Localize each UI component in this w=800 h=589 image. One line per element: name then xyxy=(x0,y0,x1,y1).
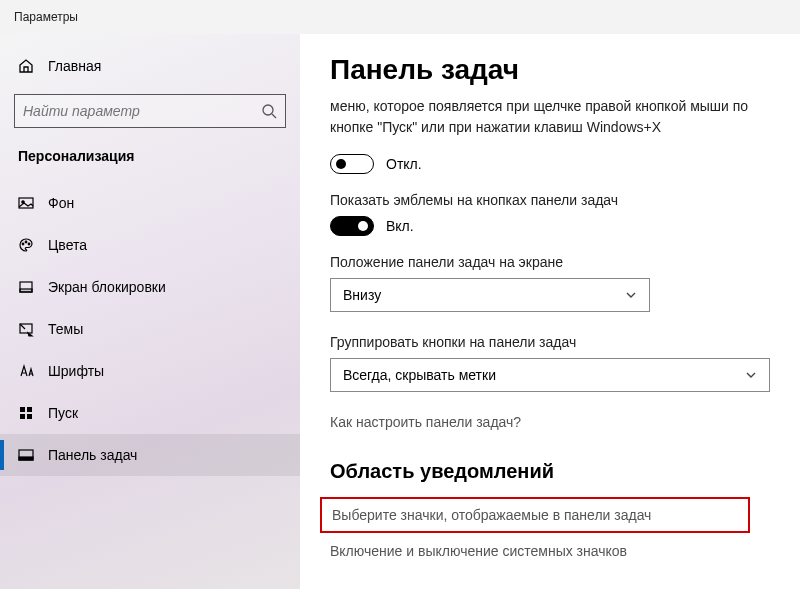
svg-rect-11 xyxy=(27,407,32,412)
powershell-toggle[interactable] xyxy=(330,154,374,174)
toggle-state-label: Вкл. xyxy=(386,218,414,234)
svg-point-0 xyxy=(263,105,273,115)
sidebar-item-start[interactable]: Пуск xyxy=(0,392,300,434)
palette-icon xyxy=(18,237,34,253)
sidebar-item-label: Шрифты xyxy=(48,363,104,379)
sidebar-item-themes[interactable]: Темы xyxy=(0,308,300,350)
sidebar-item-label: Цвета xyxy=(48,237,87,253)
svg-rect-12 xyxy=(20,414,25,419)
badges-label: Показать эмблемы на кнопках панели задач xyxy=(330,192,770,208)
sidebar-item-taskbar[interactable]: Панель задач xyxy=(0,434,300,476)
notification-area-heading: Область уведомлений xyxy=(330,460,770,483)
grouping-dropdown[interactable]: Всегда, скрывать метки xyxy=(330,358,770,392)
svg-rect-15 xyxy=(19,457,33,460)
sidebar-item-label: Экран блокировки xyxy=(48,279,166,295)
sidebar-item-fonts[interactable]: Шрифты xyxy=(0,350,300,392)
badges-toggle[interactable] xyxy=(330,216,374,236)
picture-icon xyxy=(18,195,34,211)
svg-rect-10 xyxy=(20,407,25,412)
sidebar-item-label: Фон xyxy=(48,195,74,211)
sidebar-item-label: Темы xyxy=(48,321,83,337)
window-title: Параметры xyxy=(14,10,78,24)
sidebar-item-colors[interactable]: Цвета xyxy=(0,224,300,266)
position-label: Положение панели задач на экране xyxy=(330,254,770,270)
position-dropdown[interactable]: Внизу xyxy=(330,278,650,312)
svg-point-6 xyxy=(28,243,30,245)
home-nav[interactable]: Главная xyxy=(0,54,300,88)
taskbar-icon xyxy=(18,447,34,463)
home-label: Главная xyxy=(48,58,101,74)
svg-point-4 xyxy=(22,243,24,245)
home-icon xyxy=(18,58,34,74)
search-box[interactable] xyxy=(14,94,286,128)
section-header: Персонализация xyxy=(0,146,300,182)
svg-line-1 xyxy=(272,114,276,118)
search-input[interactable] xyxy=(23,103,261,119)
sidebar-item-lockscreen[interactable]: Экран блокировки xyxy=(0,266,300,308)
page-title: Панель задач xyxy=(330,54,770,86)
sidebar: Главная Персонализация Фон xyxy=(0,34,300,589)
svg-point-5 xyxy=(25,241,27,243)
search-icon xyxy=(261,103,277,119)
chevron-down-icon xyxy=(745,369,757,381)
sidebar-item-label: Пуск xyxy=(48,405,78,421)
grouping-label: Группировать кнопки на панели задач xyxy=(330,334,770,350)
settings-window: Параметры Главная Перс xyxy=(0,0,800,589)
grouping-value: Всегда, скрывать метки xyxy=(343,367,496,383)
toggle-state-label: Откл. xyxy=(386,156,422,172)
select-icons-link[interactable]: Выберите значки, отображаемые в панели з… xyxy=(320,497,750,533)
clipped-setting-description: Заменить командную строку оболочкой Wind… xyxy=(330,94,770,146)
position-value: Внизу xyxy=(343,287,381,303)
titlebar: Параметры xyxy=(0,0,800,34)
help-link[interactable]: Как настроить панели задач? xyxy=(330,414,770,430)
sidebar-item-label: Панель задач xyxy=(48,447,137,463)
svg-rect-2 xyxy=(19,198,33,208)
main-panel: Панель задач Заменить командную строку о… xyxy=(300,34,800,589)
start-icon xyxy=(18,405,34,421)
lockscreen-icon xyxy=(18,279,34,295)
themes-icon xyxy=(18,321,34,337)
svg-rect-8 xyxy=(20,289,32,292)
chevron-down-icon xyxy=(625,289,637,301)
system-icons-link[interactable]: Включение и выключение системных значков xyxy=(330,543,770,559)
sidebar-item-background[interactable]: Фон xyxy=(0,182,300,224)
svg-rect-13 xyxy=(27,414,32,419)
window-body: Главная Персонализация Фон xyxy=(0,34,800,589)
fonts-icon xyxy=(18,363,34,379)
